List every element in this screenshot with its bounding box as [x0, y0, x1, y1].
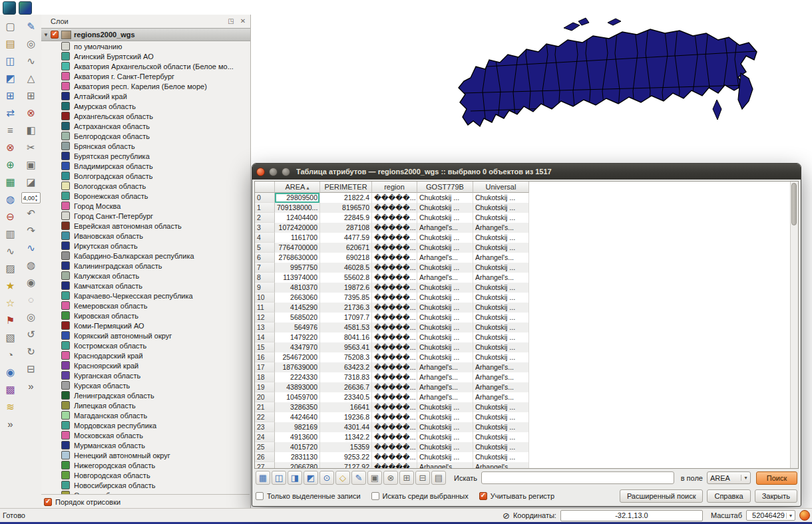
chevron-down-icon[interactable]: ▾ [786, 513, 795, 519]
table-row[interactable]: 12568502017097.7�����...Chukotskij ...Ch… [255, 313, 798, 323]
table-cell[interactable]: 43893000 [275, 382, 320, 392]
layer-item[interactable]: Кировская область [41, 311, 250, 321]
table-cell[interactable]: Chukotskij ... [473, 342, 529, 352]
toggle-editing-icon[interactable]: ✎ [23, 19, 39, 34]
table-cell[interactable]: �����... [372, 323, 417, 332]
table-cell[interactable]: 5685020 [275, 313, 320, 323]
table-row[interactable]: 811397400055602.8�����...Arhangel's...Ar… [255, 273, 798, 283]
table-cell[interactable]: 2224330 [275, 372, 320, 382]
layer-item[interactable]: Амурская область [41, 101, 250, 111]
layer-root-row[interactable]: ▼ regions2000_wgs [41, 28, 250, 41]
table-cell[interactable]: �����... [372, 253, 417, 263]
table-cell[interactable]: Chukotskij ... [473, 412, 529, 422]
table-cell[interactable]: 690218 [320, 253, 372, 263]
table-cell[interactable]: Arhangel's... [417, 392, 473, 402]
table-cell[interactable]: 620671 [320, 243, 372, 253]
scale-combobox[interactable]: 52046429 ▾ [746, 510, 795, 521]
table-row[interactable]: 2720667807127.92�����...Arhangel's...Arh… [255, 462, 798, 469]
table-cell[interactable]: �����... [372, 372, 417, 382]
table-cell[interactable]: Chukotskij ... [473, 323, 529, 332]
table-cell[interactable]: 4015720 [275, 442, 320, 452]
table-cell[interactable]: Chukotskij ... [417, 412, 473, 422]
layer-item[interactable]: Город Москва [41, 201, 250, 211]
copy-features-icon[interactable]: ▣ [23, 158, 39, 172]
table-cell[interactable]: 17097.7 [320, 313, 372, 323]
annotation-icon[interactable]: ⚑ [2, 313, 19, 328]
layer-item[interactable]: Акватория респ. Карелия (Белое море) [41, 81, 250, 91]
move-feature-icon[interactable]: ⊞ [23, 88, 39, 103]
table-cell[interactable]: Arhangel's... [417, 462, 473, 469]
merge-features-icon[interactable]: ⊟ [23, 362, 39, 376]
table-cell[interactable]: Chukotskij ... [417, 233, 473, 243]
layer-item[interactable]: Нижегородская область [41, 460, 250, 470]
table-cell[interactable]: 9563.41 [320, 342, 372, 352]
search-input[interactable] [481, 471, 674, 484]
capture-polygon-icon[interactable]: △ [23, 71, 39, 86]
only-selected-option[interactable]: Только выделенные записи [256, 492, 361, 500]
layer-item[interactable]: Вологодская область [41, 181, 250, 191]
add-raster-layer-icon[interactable]: ▦ [2, 175, 19, 190]
table-cell[interactable]: Chukotskij ... [473, 303, 529, 313]
copy-rows-icon[interactable]: ▣ [367, 471, 382, 485]
chart-icon[interactable]: ▩ [2, 382, 19, 397]
spinner-arrows-icon[interactable]: ▴▾ [35, 194, 40, 203]
float-panel-icon[interactable]: ◳ [226, 17, 236, 26]
table-cell[interactable]: �����... [372, 303, 417, 313]
table-row[interactable]: 57764700000620671�����...Chukotskij ...C… [255, 243, 798, 253]
table-row[interactable]: 24491360011342.2�����...Chukotskij ...Ch… [255, 432, 798, 442]
table-cell[interactable]: 1479220 [275, 332, 320, 342]
table-cell[interactable]: Chukotskij ... [473, 432, 529, 442]
table-cell[interactable]: �����... [372, 193, 417, 203]
advanced-search-button[interactable]: Расширенный поиск [620, 489, 704, 503]
layer-item[interactable]: Новосибирская область [41, 480, 250, 490]
layer-item[interactable]: Агинский Бурятский АО [41, 51, 250, 61]
table-cell[interactable]: Chukotskij ... [473, 402, 529, 412]
table-row[interactable]: 1026630607395.85�����...Chukotskij ...Ch… [255, 293, 798, 303]
table-row[interactable]: 1718763900063423.2�����...Arhangel's...A… [255, 362, 798, 372]
table-row[interactable]: 135649764581.53�����...Chukotskij ...Chu… [255, 323, 798, 332]
capture-line-icon[interactable]: ∿ [23, 54, 39, 68]
table-cell[interactable]: 19872.6 [320, 283, 372, 293]
layer-item[interactable]: Калининградская область [41, 261, 250, 271]
table-row[interactable]: 22442464019236.8�����...Chukotskij ...Ch… [255, 412, 798, 422]
rotate-point-icon[interactable]: ↻ [23, 344, 39, 359]
vertical-scrollbar[interactable] [790, 182, 798, 468]
layer-item[interactable]: Кемеровская область [41, 301, 250, 311]
dialog-titlebar[interactable]: Таблица атрибутов — regions2000_wgs :: в… [252, 164, 801, 180]
open-project-icon[interactable]: ▤ [2, 37, 19, 51]
table-cell[interactable]: 23340.5 [320, 392, 372, 402]
table-cell[interactable]: 2768630000 [275, 253, 320, 263]
node-tool-icon[interactable]: ◧ [23, 123, 39, 138]
table-cell[interactable]: Chukotskij ... [417, 432, 473, 442]
stop-render-icon[interactable]: ⊗ [2, 140, 19, 155]
select-by-expression-icon[interactable]: ◫ [272, 471, 286, 485]
table-cell[interactable]: Arhangel's... [417, 372, 473, 382]
table-cell[interactable]: Chukotskij ... [417, 402, 473, 412]
layer-item[interactable]: Город Санкт-Петербург [41, 211, 250, 221]
table-cell[interactable]: 10459700 [275, 392, 320, 402]
table-cell[interactable]: 3286350 [275, 402, 320, 412]
table-cell[interactable]: 11342.2 [320, 432, 372, 442]
table-cell[interactable]: Arhangel's... [417, 273, 473, 283]
table-cell[interactable]: Arhangel's... [473, 223, 529, 233]
table-cell[interactable]: Arhangel's... [417, 223, 473, 233]
table-cell[interactable]: 21822.4 [320, 193, 372, 203]
table-row[interactable]: 25401572015359�����...Chukotskij ...Chuk… [255, 442, 798, 452]
measure-area-icon[interactable]: ▨ [2, 261, 19, 276]
table-cell[interactable]: Chukotskij ... [417, 263, 473, 273]
table-cell[interactable]: Chukotskij ... [417, 193, 473, 203]
table-cell[interactable]: �����... [372, 293, 417, 303]
table-row[interactable]: 1543479709563.41�����...Chukotskij ...Ch… [255, 342, 798, 352]
table-cell[interactable]: Arhangel's... [473, 253, 529, 263]
new-column-icon[interactable]: ⊞ [399, 471, 414, 485]
table-row[interactable]: 21328635016641�����...Chukotskij ...Chuk… [255, 402, 798, 412]
table-cell[interactable]: Chukotskij ... [417, 303, 473, 313]
only-selected-checkbox[interactable] [256, 492, 264, 500]
table-cell[interactable]: 2663060 [275, 293, 320, 303]
table-cell[interactable]: 4347970 [275, 342, 320, 352]
table-cell[interactable]: Chukotskij ... [417, 352, 473, 362]
table-cell[interactable]: 9957750 [275, 263, 320, 273]
table-cell[interactable]: Chukotskij ... [417, 243, 473, 253]
close-button[interactable]: Закрыть [755, 489, 797, 503]
expander-icon[interactable]: ▼ [41, 32, 51, 38]
